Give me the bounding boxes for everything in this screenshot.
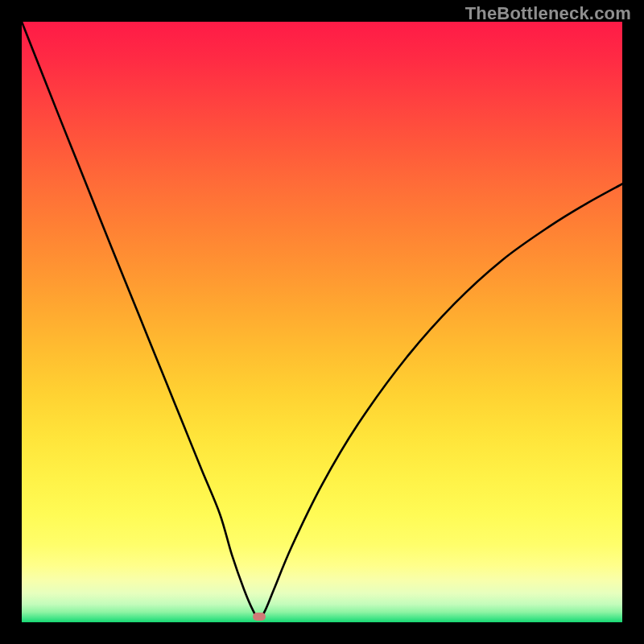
chart-frame [22,22,622,622]
bottleneck-curve [22,22,622,622]
minimum-marker [253,613,266,621]
